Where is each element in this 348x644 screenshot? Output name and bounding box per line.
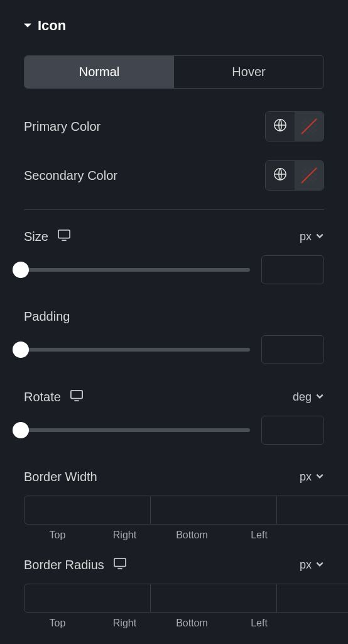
rotate-label: Rotate (24, 390, 61, 404)
border-radius-top-input[interactable] (24, 584, 151, 613)
border-width-top-input[interactable] (24, 496, 151, 525)
padding-input[interactable] (261, 335, 324, 364)
border-radius-bottom-input[interactable] (277, 584, 348, 613)
border-radius-right-input[interactable] (151, 584, 277, 613)
size-unit-dropdown[interactable]: px (300, 230, 324, 243)
secondary-color-row: Secondary Color (11, 160, 337, 191)
chevron-down-icon (315, 558, 324, 572)
secondary-color-control (265, 160, 324, 191)
globe-icon (273, 118, 287, 135)
chevron-down-icon (315, 230, 324, 243)
rotate-unit-dropdown[interactable]: deg (293, 391, 324, 404)
border-width-right-input[interactable] (151, 496, 277, 525)
slider-track (15, 348, 250, 352)
desktop-icon[interactable] (113, 557, 127, 572)
border-width-row: Border Width px (11, 470, 337, 484)
border-radius-label: Border Radius (24, 558, 104, 572)
size-slider-row (11, 255, 337, 284)
size-unit-value: px (300, 230, 312, 243)
secondary-color-swatch[interactable] (295, 161, 324, 190)
rotate-slider[interactable] (15, 423, 250, 437)
border-radius-unit-dropdown[interactable]: px (300, 558, 324, 572)
side-label-bottom: Bottom (158, 530, 226, 541)
side-label-left: Left (226, 530, 293, 541)
primary-color-global-button[interactable] (266, 112, 295, 141)
slider-track (15, 268, 250, 272)
border-width-inputs (11, 496, 337, 525)
border-radius-row: Border Radius px (11, 557, 337, 572)
rotate-unit-value: deg (293, 391, 312, 404)
border-width-side-labels: Top Right Bottom Left (11, 530, 337, 541)
desktop-icon[interactable] (57, 229, 71, 244)
rotate-row: Rotate deg (11, 389, 337, 404)
divider (24, 209, 324, 210)
tab-hover[interactable]: Hover (174, 56, 324, 88)
padding-label: Padding (24, 309, 70, 324)
secondary-color-global-button[interactable] (266, 161, 295, 190)
side-label-bottom: Bottom (158, 618, 226, 629)
globe-icon (273, 167, 287, 184)
border-radius-side-labels: Top Right Bottom Left (11, 618, 337, 629)
side-label-top: Top (24, 618, 91, 629)
desktop-icon[interactable] (70, 389, 84, 404)
tab-normal[interactable]: Normal (24, 56, 174, 88)
slider-track (15, 428, 250, 432)
padding-slider[interactable] (15, 343, 250, 357)
slider-thumb[interactable] (13, 262, 29, 278)
section-title: Icon (38, 18, 66, 34)
chevron-down-icon (315, 391, 324, 404)
slider-thumb[interactable] (13, 422, 29, 438)
padding-row: Padding (11, 309, 337, 324)
border-width-label: Border Width (24, 470, 97, 484)
border-width-unit-value: px (300, 470, 312, 484)
size-label: Size (24, 230, 48, 244)
primary-color-swatch[interactable] (295, 112, 324, 141)
caret-down-icon (24, 20, 31, 31)
side-label-top: Top (24, 530, 91, 541)
secondary-color-label: Secondary Color (24, 169, 117, 183)
svg-rect-3 (71, 391, 82, 399)
side-label-right: Right (91, 530, 158, 541)
border-radius-inputs (11, 584, 337, 613)
rotate-input[interactable] (261, 416, 324, 445)
primary-color-control (265, 111, 324, 142)
section-header[interactable]: Icon (11, 18, 337, 34)
side-label-left: Left (226, 618, 293, 629)
size-row: Size px (11, 229, 337, 244)
state-tabs: Normal Hover (24, 55, 324, 89)
svg-rect-2 (58, 230, 70, 238)
svg-rect-4 (114, 558, 126, 567)
primary-color-row: Primary Color (11, 111, 337, 142)
border-radius-unit-value: px (300, 558, 312, 572)
size-slider[interactable] (15, 263, 250, 277)
chevron-down-icon (315, 470, 324, 484)
size-input[interactable] (261, 255, 324, 284)
border-width-unit-dropdown[interactable]: px (300, 470, 324, 484)
rotate-slider-row (11, 416, 337, 445)
primary-color-label: Primary Color (24, 119, 101, 134)
padding-slider-row (11, 335, 337, 364)
side-label-right: Right (91, 618, 158, 629)
border-width-bottom-input[interactable] (277, 496, 348, 525)
slider-thumb[interactable] (13, 341, 29, 358)
